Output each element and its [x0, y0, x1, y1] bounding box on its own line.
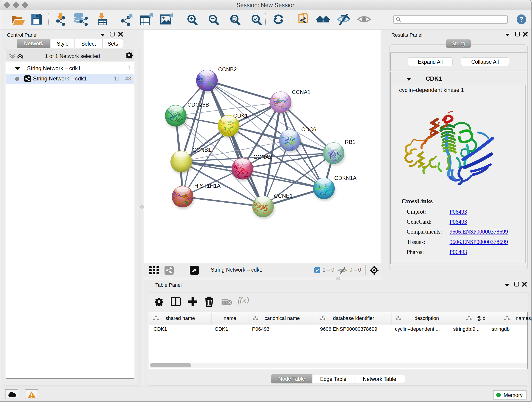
svg-text:CCNA1: CCNA1 [292, 89, 310, 95]
svg-text:RB1: RB1 [345, 139, 355, 145]
svg-text:CCNB2: CCNB2 [218, 66, 237, 72]
svg-text:CDK1: CDK1 [233, 113, 248, 119]
svg-text:CCNE1: CCNE1 [274, 193, 293, 199]
svg-text:CCNA2: CCNA2 [253, 154, 272, 160]
svg-text:CDKN1A: CDKN1A [334, 175, 356, 181]
svg-text:CDC6: CDC6 [301, 126, 316, 133]
svg-text:HIST1H1A: HIST1H1A [194, 183, 221, 189]
svg-text:CDC25B: CDC25B [187, 102, 209, 108]
svg-text:CCNB1: CCNB1 [192, 147, 211, 153]
